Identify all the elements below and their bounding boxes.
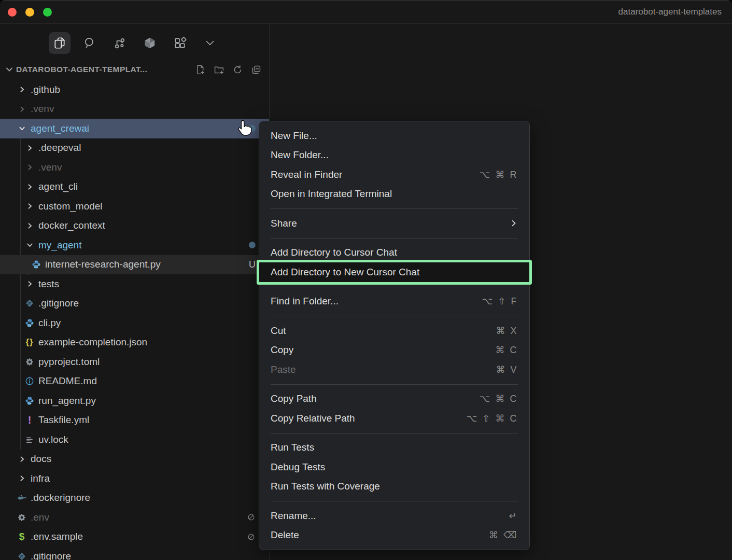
tree-file-run-agent-py[interactable]: run_agent.py [0, 391, 269, 411]
activity-extensions-icon[interactable] [169, 32, 191, 54]
menu-item-copy-path[interactable]: Copy Path⌥ ⌘ C [259, 389, 529, 409]
tree-folder-agent-cli[interactable]: agent_cli [0, 177, 269, 197]
menu-item-label: Delete [271, 529, 299, 541]
tree-item-label: .gitignore [38, 298, 79, 309]
menu-item-run-tests[interactable]: Run Tests [259, 438, 529, 458]
menu-item-run-tests-with-coverage[interactable]: Run Tests with Coverage [259, 477, 529, 497]
menu-item-new-file[interactable]: New File... [259, 126, 529, 146]
menu-item-add-directory-to-cursor-chat[interactable]: Add Directory to Cursor Chat [259, 243, 529, 263]
minimize-window-button[interactable] [25, 8, 34, 17]
tree-item-label: pyproject.toml [38, 356, 100, 368]
menu-item-new-folder[interactable]: New Folder... [259, 146, 529, 165]
menu-item-open-in-integrated-terminal[interactable]: Open in Integrated Terminal [259, 185, 529, 204]
chevron-right-icon [24, 163, 35, 172]
tree-item-label: agent_cli [38, 181, 78, 192]
tree-file-internet-research-agent-py[interactable]: internet-research-agent.pyU [0, 255, 269, 275]
refresh-icon[interactable] [232, 64, 243, 75]
tree-file-uv-lock[interactable]: uv.lock [0, 430, 269, 450]
menu-item-find-in-folder[interactable]: Find in Folder...⌥ ⇧ F [259, 292, 529, 312]
tree-item-label: custom_model [38, 201, 103, 212]
python-file-icon [24, 318, 35, 328]
tree-item-label: example-completion.json [38, 337, 147, 348]
activity-explorer-files-icon[interactable] [49, 32, 71, 54]
menu-item-cut[interactable]: Cut⌘ X [259, 321, 529, 341]
tree-folder--deepeval[interactable]: .deepeval [0, 138, 269, 158]
menu-item-add-directory-to-new-cursor-chat[interactable]: Add Directory to New Cursor Chat [259, 262, 529, 282]
python-file-icon [31, 260, 42, 269]
activity-search-icon[interactable] [79, 32, 101, 54]
tree-folder-tests[interactable]: tests [0, 274, 269, 294]
menu-item-share[interactable]: Share [259, 214, 529, 233]
gear-file-icon [16, 513, 27, 522]
app-window: datarobot-agent-templates DATAROBOT-AGEN… [0, 0, 732, 560]
json-file-icon: {} [24, 337, 35, 347]
menu-item-shortcut: ⌘ C [496, 344, 518, 356]
tree-item-label: Taskfile.yml [38, 414, 89, 426]
menu-item-copy[interactable]: Copy⌘ C [259, 341, 529, 360]
tree-folder-docker-context[interactable]: docker_context [0, 216, 269, 236]
submenu-chevron-right-icon [509, 219, 518, 228]
menu-item-label: Share [271, 218, 297, 229]
tree-item-label: my_agent [38, 240, 81, 251]
tree-file-taskfile-yml[interactable]: !Taskfile.yml [0, 411, 269, 430]
chevron-right-icon [16, 105, 27, 114]
context-menu: New File...New Folder...Reveal in Finder… [259, 121, 530, 550]
menu-item-copy-relative-path[interactable]: Copy Relative Path⌥ ⇧ ⌘ C [259, 409, 529, 428]
menu-item-delete[interactable]: Delete⌘ ⌫ [259, 526, 529, 545]
tree-file--gitignore[interactable]: .gitignore [0, 294, 269, 314]
tree-file-readme-md[interactable]: README.md [0, 372, 269, 391]
chevron-right-icon [16, 85, 27, 94]
menu-item-shortcut: ⌘ V [496, 364, 518, 375]
tree-folder--venv[interactable]: .venv [0, 158, 269, 177]
tree-item-label: .venv [38, 162, 62, 173]
menu-item-shortcut: ⌘ ⌫ [489, 529, 518, 541]
tree-file--env[interactable]: .env [0, 508, 269, 527]
tree-folder--venv[interactable]: .venv [0, 100, 269, 119]
tree-folder-infra[interactable]: infra [0, 469, 269, 488]
tree-file-cli-py[interactable]: cli.py [0, 313, 269, 333]
activity-cube-icon[interactable] [139, 32, 161, 54]
chevron-right-icon [24, 183, 35, 191]
sidebar: DATAROBOT-AGENT-TEMPLAT... .github.venva… [0, 24, 270, 560]
tree-folder-agent-crewai[interactable]: agent_crewai [0, 119, 269, 138]
gear-file-icon [24, 357, 35, 367]
menu-separator [271, 287, 518, 287]
tree-item-label: internet-research-agent.py [45, 259, 161, 270]
tree-item-label: docs [31, 453, 51, 465]
tree-item-label: cli.py [38, 317, 61, 329]
activity-source-control-icon[interactable] [109, 32, 131, 54]
activity-bar [0, 24, 269, 59]
tree-folder-my-agent[interactable]: my_agent [0, 235, 269, 255]
git-file-icon [16, 552, 27, 560]
chevron-right-icon [24, 202, 35, 211]
info-file-icon [24, 376, 35, 386]
menu-item-rename[interactable]: Rename...↵ [259, 506, 529, 526]
tree-folder-custom-model[interactable]: custom_model [0, 197, 269, 216]
tree-file--gitignore[interactable]: .gitignore [0, 547, 269, 560]
tree-folder-docs[interactable]: docs [0, 450, 269, 469]
collapse-all-icon[interactable] [251, 64, 262, 75]
menu-item-debug-tests[interactable]: Debug Tests [259, 457, 529, 477]
tree-file--env-sample[interactable]: $.env.sample [0, 527, 269, 547]
menu-item-label: Cut [271, 325, 286, 337]
zoom-window-button[interactable] [43, 8, 52, 17]
explorer-header[interactable]: DATAROBOT-AGENT-TEMPLAT... [0, 59, 269, 80]
close-window-button[interactable] [8, 8, 17, 17]
tree-file-example-completion-json[interactable]: {}example-completion.json [0, 333, 269, 353]
tree-file--dockerignore[interactable]: .dockerignore [0, 488, 269, 508]
menu-item-label: Add Directory to Cursor Chat [271, 247, 397, 258]
menu-item-reveal-in-finder[interactable]: Reveal in Finder⌥ ⌘ R [259, 165, 529, 185]
tree-folder--github[interactable]: .github [0, 80, 269, 100]
window-title: datarobot-agent-templates [618, 7, 722, 17]
chevron-down-icon [24, 241, 35, 249]
menu-item-label: Debug Tests [271, 461, 325, 473]
git-file-icon [24, 299, 35, 308]
new-folder-icon[interactable] [214, 64, 224, 75]
new-file-icon[interactable] [195, 64, 206, 75]
tree-file-pyproject-toml[interactable]: pyproject.toml [0, 352, 269, 372]
tree-item-label: tests [38, 278, 59, 290]
activity-chevron-down-icon[interactable] [199, 32, 221, 54]
traffic-lights [8, 8, 52, 17]
lines-file-icon [24, 435, 35, 444]
menu-item-shortcut: ⌥ ⌘ R [480, 169, 518, 180]
